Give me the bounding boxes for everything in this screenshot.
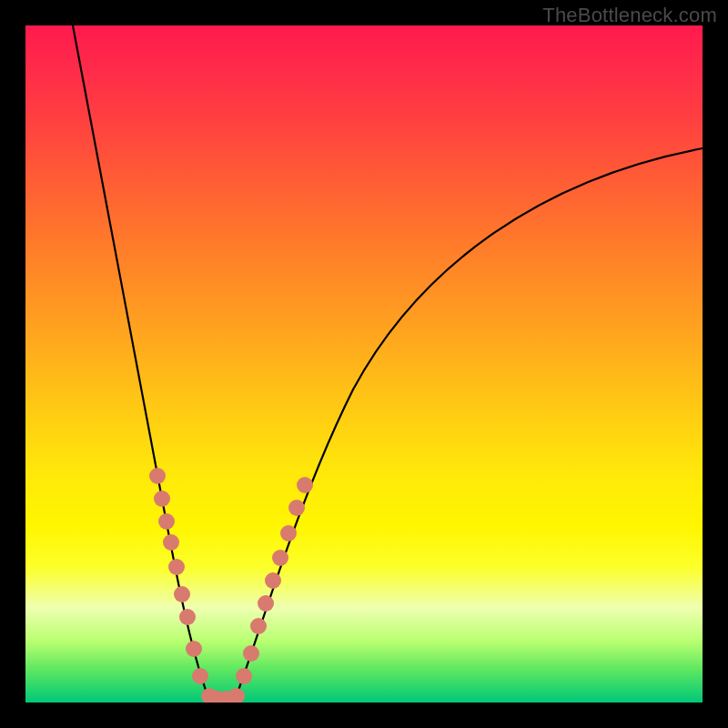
marker-dot — [228, 688, 245, 703]
marker-dot — [154, 490, 170, 507]
marker-dot — [174, 586, 190, 602]
marker-dot — [186, 641, 202, 657]
watermark-text: TheBottleneck.com — [542, 4, 717, 27]
marker-dot — [280, 525, 297, 541]
marker-dot — [192, 668, 208, 684]
marker-dot — [236, 668, 252, 684]
bottleneck-curve — [25, 25, 703, 703]
marker-dot — [272, 550, 288, 566]
marker-dot — [179, 609, 196, 625]
curve-right-branch — [237, 148, 703, 695]
marker-dot — [163, 534, 179, 551]
marker-dot — [168, 559, 185, 575]
marker-dot — [258, 595, 274, 612]
marker-dot — [158, 513, 175, 530]
marker-dot — [149, 468, 166, 484]
marker-dot — [288, 500, 305, 516]
chart-frame: TheBottleneck.com — [0, 0, 728, 728]
marker-dot — [297, 477, 313, 493]
marker-dot — [265, 572, 281, 589]
plot-area — [25, 25, 703, 703]
marker-dot — [243, 645, 259, 662]
marker-dot — [250, 618, 267, 634]
